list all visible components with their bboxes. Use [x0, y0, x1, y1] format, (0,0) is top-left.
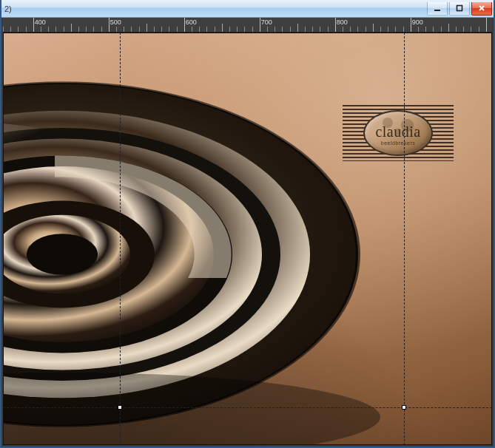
- ruler-tick: [411, 18, 411, 32]
- ruler-tick: [86, 27, 87, 32]
- svg-rect-1: [457, 6, 462, 11]
- maximize-icon: [456, 4, 463, 12]
- close-button[interactable]: [471, 2, 492, 16]
- ruler-tick: [275, 27, 275, 32]
- ruler-tick: [3, 27, 4, 32]
- disc-artwork: [3, 33, 388, 445]
- ruler-tick: [380, 27, 381, 32]
- ruler-tick: [222, 24, 223, 32]
- ruler-tick: [177, 27, 178, 32]
- selection-edge-right[interactable]: [404, 33, 405, 445]
- ruler-tick: [101, 27, 102, 32]
- ruler-tick: [147, 24, 147, 32]
- maximize-button[interactable]: [449, 2, 470, 16]
- svg-point-13: [3, 373, 380, 445]
- ruler-tick: [357, 27, 358, 32]
- ruler-tick: [297, 24, 298, 32]
- ruler-tick: [169, 27, 169, 32]
- ruler-tick: [229, 27, 230, 32]
- ruler-label: 900: [412, 18, 423, 26]
- ruler-tick: [328, 27, 329, 32]
- ruler-tick: [184, 18, 185, 32]
- ruler-tick: [131, 27, 132, 32]
- ruler-label: 700: [261, 18, 272, 26]
- ruler-tick: [215, 27, 215, 32]
- titlebar[interactable]: 2): [1, 0, 494, 18]
- ruler-tick: [71, 24, 72, 32]
- ruler-tick: [267, 27, 268, 32]
- ruler-tick: [10, 27, 11, 32]
- canvas[interactable]: claudia beeldbrekers: [3, 33, 492, 445]
- ruler-tick: [418, 27, 419, 32]
- ruler-tick: [78, 27, 79, 32]
- horizontal-ruler[interactable]: 400500600700800900: [3, 18, 492, 33]
- ruler-tick: [335, 18, 336, 32]
- ruler-tick: [260, 18, 260, 32]
- ruler-tick: [55, 27, 56, 32]
- ruler-tick: [244, 27, 245, 32]
- ruler-tick: [343, 27, 343, 32]
- minimize-button[interactable]: [427, 2, 448, 16]
- ruler-tick: [425, 27, 426, 32]
- selection-handle[interactable]: [118, 405, 122, 410]
- ruler-tick: [282, 27, 283, 32]
- ruler-tick: [463, 27, 464, 32]
- selection-edge-left[interactable]: [120, 33, 121, 445]
- ruler-label: 500: [110, 18, 121, 26]
- ruler-tick: [471, 27, 471, 32]
- ruler-tick: [486, 18, 487, 32]
- ruler-tick: [350, 27, 351, 32]
- ruler-tick: [206, 27, 207, 32]
- ruler-tick: [312, 27, 313, 32]
- ruler-tick: [161, 27, 162, 32]
- ruler-tick: [305, 27, 306, 32]
- ruler-tick: [441, 27, 442, 32]
- ruler-tick: [154, 27, 155, 32]
- ruler-tick: [366, 27, 366, 32]
- selection-edge-bottom[interactable]: [3, 407, 492, 408]
- ruler-tick: [373, 24, 374, 32]
- ruler-tick: [252, 27, 253, 32]
- ruler-tick: [26, 27, 27, 32]
- ruler-tick: [456, 27, 457, 32]
- ruler-tick: [403, 27, 404, 32]
- ruler-tick: [18, 27, 18, 32]
- ruler-tick: [433, 27, 434, 32]
- window-frame: 2) 400500600700800900: [0, 0, 495, 448]
- ruler-tick: [139, 27, 140, 32]
- ruler-tick: [448, 24, 449, 32]
- ruler-tick: [395, 27, 396, 32]
- ruler-tick: [109, 18, 110, 32]
- ruler-tick: [320, 27, 320, 32]
- ruler-tick: [93, 27, 94, 32]
- ruler-tick: [388, 27, 388, 32]
- ruler-tick: [199, 27, 200, 32]
- close-icon: [478, 4, 485, 12]
- ruler-tick: [290, 27, 291, 32]
- ruler-tick: [237, 27, 238, 32]
- ruler-tick: [479, 27, 479, 32]
- ruler-label: 400: [35, 18, 46, 26]
- ruler-tick: [116, 27, 117, 32]
- ruler-label: 600: [186, 18, 197, 26]
- window-title: 2): [4, 4, 12, 13]
- ruler-tick: [41, 27, 41, 32]
- svg-rect-0: [434, 10, 440, 11]
- ruler-tick: [33, 18, 34, 32]
- minimize-icon: [434, 4, 441, 12]
- ruler-tick: [48, 27, 49, 32]
- selection-handle[interactable]: [402, 405, 406, 410]
- window-controls: [427, 2, 494, 16]
- ruler-tick: [192, 27, 192, 32]
- ruler-tick: [64, 27, 64, 32]
- ruler-tick: [124, 27, 124, 32]
- ruler-label: 800: [337, 18, 348, 26]
